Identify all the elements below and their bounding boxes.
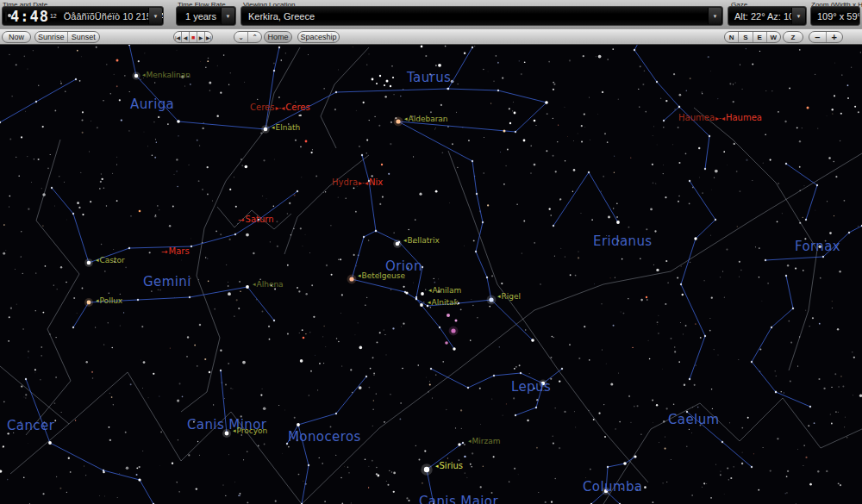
now-button[interactable]: Now [2, 31, 31, 43]
planet-label: →Mars [161, 247, 190, 256]
time-date-field[interactable]: 4:4812 ÖåâñïõÜñéïò 10 2151 AD ▼ [2, 6, 164, 26]
constellation-label: Columba [583, 481, 642, 494]
constellation-label: Eridanus [593, 235, 653, 248]
star-label: ◂Rigel [497, 293, 521, 301]
star-label: ◂Alnilam [428, 287, 461, 295]
constellation-label: Lepus [511, 381, 551, 394]
motion-arrows-icon: ▸-◂ [715, 115, 725, 122]
time-flow-rate-field[interactable]: 1 years ▼ [176, 6, 236, 26]
gaze-field[interactable]: Alt: 22° Az: 109° ▼ [728, 6, 807, 26]
step-forward-button[interactable]: ▶| [205, 32, 212, 42]
compass-buttons: N S E W [724, 31, 781, 43]
toolbar-row-fields: Time and Date Time Flow Rate Viewing Loc… [0, 0, 862, 28]
elevation-buttons: ⌄ ⌃ [234, 31, 262, 43]
constellation-label: Canis Major [419, 495, 498, 504]
home-button[interactable]: Home [264, 31, 292, 43]
constellation-label: Auriga [130, 98, 174, 111]
clock-seconds: 12 [50, 13, 57, 19]
star-pointer-icon: ◂ [403, 237, 407, 244]
zoom-field[interactable]: 109° x 59° [810, 6, 860, 26]
playback-controls: |◀ ◀ ■ ▶ ▶| [173, 31, 213, 43]
zoom-in-button[interactable]: + [827, 32, 843, 42]
star-pointer-icon: ◂ [142, 72, 146, 78]
gaze-south-button[interactable]: S [739, 32, 753, 42]
constellation-label: Cancer [7, 420, 54, 432]
motion-arrows-icon: ▸-◂ [275, 104, 284, 112]
constellation-label: Monoceros [288, 431, 361, 444]
viewing-location-dropdown-arrow[interactable]: ▼ [708, 8, 721, 24]
star-pointer-icon: ◂ [428, 287, 432, 294]
play-forward-button[interactable]: ▶ [197, 32, 205, 42]
constellation-label: Taurus [407, 72, 451, 84]
star-map[interactable]: TaurusAurigaGeminiOrionEridanusFornaxLep… [0, 45, 862, 504]
star-label: ◂Sirius [435, 462, 463, 470]
look-up-button[interactable]: ⌃ [248, 32, 261, 42]
planet-label: →Saturn [238, 215, 274, 224]
star-pointer-icon: ◂ [253, 281, 256, 288]
star-pointer-icon: ◂ [96, 297, 99, 304]
star-pointer-icon: ◂ [428, 299, 431, 306]
star-pointer-icon: ◂ [497, 293, 501, 300]
toolbar-row-buttons: Now Sunrise Sunset |◀ ◀ ■ ▶ ▶| ⌄ ⌃ Home … [0, 28, 862, 45]
star-label: ◂Castor [96, 257, 125, 264]
zoom-out-button[interactable]: – [809, 32, 827, 42]
star-pointer-icon: ◂ [468, 438, 472, 445]
star-pointer-icon: ◂ [404, 115, 408, 122]
zenith-button[interactable]: Z [783, 31, 803, 43]
gaze-east-button[interactable]: E [753, 32, 767, 42]
day-night-icon[interactable] [5, 11, 7, 22]
star-label: ◂Menkalinan [142, 72, 191, 79]
spaceship-button[interactable]: Spaceship [297, 31, 340, 43]
time-date-dropdown-arrow[interactable]: ▼ [148, 8, 162, 24]
zoom-value: 109° x 59° [817, 11, 860, 22]
star-label: ◂Pollux [96, 297, 122, 305]
play-reverse-button[interactable]: ◀ [182, 32, 190, 42]
time-flow-dropdown-arrow[interactable]: ▼ [221, 8, 234, 24]
constellation-label: Fornax [795, 240, 840, 253]
step-back-button[interactable]: |◀ [174, 32, 182, 42]
planet-pointer-icon: → [238, 215, 245, 224]
star-label: ◂Procyon [233, 427, 267, 435]
stop-button[interactable]: ■ [190, 32, 197, 42]
motion-arrows-icon: ▸-◂ [359, 179, 368, 187]
star-label: ◂Betelgeuse [358, 272, 405, 280]
constellation-label: Caelum [668, 414, 720, 426]
zoom-buttons: – + [809, 31, 843, 43]
constellation-label: Gemini [143, 276, 191, 289]
star-label: ◂Elnath [272, 124, 300, 132]
gaze-north-button[interactable]: N [725, 32, 739, 42]
viewing-location-value: Kerkira, Greece [248, 11, 315, 22]
star-label: ◂Aldebaran [404, 115, 448, 123]
sunrise-sunset-group: Sunrise Sunset [34, 31, 100, 43]
toolbar: Time and Date Time Flow Rate Viewing Loc… [0, 0, 862, 45]
planet-motion-label: Hydra▸-◂Nix [332, 178, 383, 187]
star-label: ◂Alnitak [428, 299, 459, 307]
star-pointer-icon: ◂ [272, 124, 275, 131]
planet-motion-label: Ceres▸-◂Ceres [250, 103, 310, 112]
gaze-west-button[interactable]: W [767, 32, 780, 42]
clock-display[interactable]: 4:48 [10, 8, 49, 25]
star-pointer-icon: ◂ [435, 463, 439, 470]
planet-motion-label: Haumea▸-◂Haumea [678, 114, 762, 122]
sunset-button[interactable]: Sunset [68, 32, 100, 42]
star-pointer-icon: ◂ [358, 272, 361, 279]
planet-pointer-icon: → [161, 247, 168, 256]
time-flow-rate-value: 1 years [185, 11, 216, 22]
viewing-location-field[interactable]: Kerkira, Greece ▼ [240, 6, 723, 26]
star-pointer-icon: ◂ [233, 427, 236, 434]
star-label: ◂Alhena [253, 281, 284, 289]
look-down-button[interactable]: ⌄ [234, 32, 248, 42]
star-pointer-icon: ◂ [96, 257, 99, 264]
star-label: ◂Mirzam [468, 438, 501, 445]
gaze-dropdown-arrow[interactable]: ▼ [791, 8, 805, 24]
sunrise-button[interactable]: Sunrise [35, 32, 68, 42]
star-label: ◂Bellatrix [403, 237, 440, 245]
